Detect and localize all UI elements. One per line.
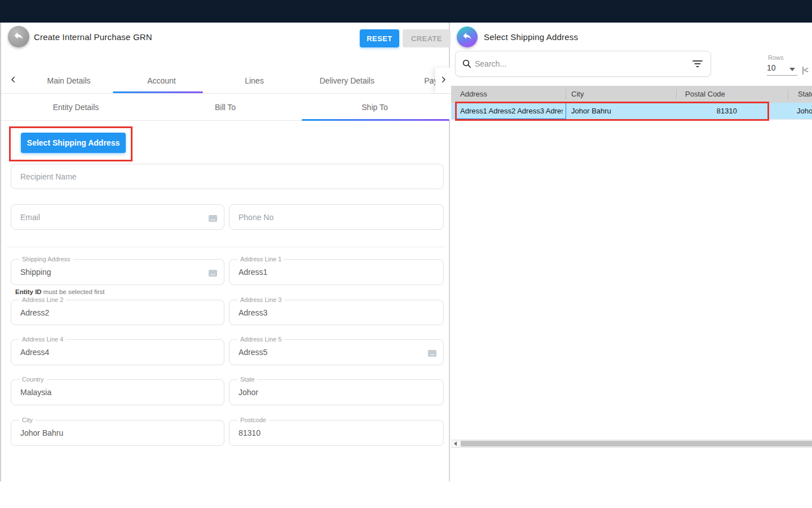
cell-postal-code[interactable]: 81310 — [676, 103, 737, 120]
column-header-address[interactable]: Address — [460, 86, 487, 103]
helper-rest: must be selected first — [42, 288, 105, 295]
first-page-button[interactable]: |< — [802, 65, 808, 75]
dialog-title: Select Shipping Address — [484, 32, 578, 42]
rows-per-page-select[interactable]: 10 — [767, 63, 797, 76]
active-subtab-underline — [302, 119, 449, 121]
table-header: Address City Postal Code State — [451, 86, 812, 103]
dropdown-caret-icon — [789, 68, 795, 71]
tab-lines[interactable]: Lines — [209, 68, 299, 94]
column-divider — [566, 89, 566, 99]
tabs-scroll-right-button[interactable] — [435, 68, 451, 93]
back-arrow-icon — [462, 30, 473, 43]
address-line-5-input[interactable] — [239, 340, 425, 365]
keyboard-icon — [209, 214, 217, 221]
cell-city[interactable]: Johor Bahru — [571, 103, 673, 120]
tab-payment[interactable]: Payment — [395, 68, 435, 94]
state-input[interactable] — [239, 380, 425, 405]
address-line-4-field: Address Line 4 — [11, 339, 224, 365]
country-field: Country — [11, 379, 224, 405]
address-line-1-field: Address Line 1 — [229, 259, 444, 285]
recipient-name-field — [11, 164, 444, 189]
create-grn-panel: Create Internal Purchase GRN RESET CREAT… — [0, 23, 450, 481]
horizontal-scrollbar[interactable] — [451, 440, 812, 448]
address-line-3-input[interactable] — [239, 300, 425, 325]
country-input[interactable] — [20, 380, 206, 405]
rows-per-page-value: 10 — [767, 63, 776, 72]
address-line-1-input[interactable] — [239, 260, 425, 284]
city-input[interactable] — [20, 421, 206, 445]
keyboard-icon — [209, 269, 217, 275]
tab-delivery-details[interactable]: Delivery Details — [302, 68, 392, 94]
shipping-address-input[interactable] — [20, 260, 206, 284]
tab-account[interactable]: Account — [116, 68, 206, 94]
create-button[interactable]: CREATE — [403, 29, 451, 47]
entity-id-helper-text: Entity ID must be selected first — [15, 288, 105, 295]
search-icon — [462, 59, 472, 71]
back-arrow-icon — [13, 30, 24, 43]
subtab-bill-to[interactable]: Bill To — [151, 94, 300, 121]
triangle-left-icon — [454, 441, 457, 446]
address-line-2-input[interactable] — [20, 300, 206, 325]
table-row-selected[interactable]: Adress1 Adress2 Adress3 Adres... Johor B… — [451, 103, 812, 120]
filter-icon[interactable] — [692, 60, 703, 68]
column-header-city[interactable]: City — [571, 86, 584, 103]
select-shipping-address-panel: Select Shipping Address Rows 10 |< Addre… — [451, 23, 812, 481]
search-box — [455, 51, 711, 77]
search-input[interactable] — [475, 51, 683, 76]
email-field — [11, 204, 224, 230]
cell-address[interactable]: Adress1 Adress2 Adress3 Adres... — [460, 103, 563, 120]
column-header-postal-code[interactable]: Postal Code — [685, 86, 725, 103]
subtab-entity-details[interactable]: Entity Details — [1, 94, 151, 121]
main-tabs: Main Details Account Lines Delivery Deta… — [1, 68, 451, 94]
address-line-2-field: Address Line 2 — [11, 300, 224, 325]
tabs-viewport: Main Details Account Lines Delivery Deta… — [24, 68, 435, 94]
phone-field — [229, 204, 444, 230]
column-divider — [788, 89, 788, 99]
chevron-right-icon — [439, 76, 447, 86]
rows-per-page-label: Rows — [768, 54, 784, 61]
keyboard-icon — [428, 349, 436, 356]
back-button[interactable] — [8, 26, 29, 47]
scroll-left-arrow-button[interactable] — [451, 440, 460, 447]
chevron-left-icon — [10, 76, 17, 86]
column-divider — [676, 89, 677, 99]
recipient-name-input[interactable] — [20, 164, 425, 189]
email-input[interactable] — [20, 205, 206, 229]
account-subtabs: Entity Details Bill To Ship To — [1, 94, 451, 121]
state-field: State — [229, 379, 444, 405]
tabs-scroll-left-button[interactable] — [6, 68, 21, 93]
section-divider — [7, 247, 445, 247]
select-shipping-address-button[interactable]: Select Shipping Address — [21, 133, 126, 153]
back-button[interactable] — [457, 27, 478, 47]
reset-button[interactable]: RESET — [360, 29, 399, 47]
screen: Create Internal Purchase GRN RESET CREAT… — [0, 0, 812, 508]
postcode-input[interactable] — [239, 421, 425, 445]
address-line-4-input[interactable] — [20, 340, 206, 365]
cell-state[interactable]: Johor — [797, 103, 812, 120]
phone-input[interactable] — [239, 205, 425, 229]
tab-main-details[interactable]: Main Details — [24, 68, 114, 94]
shipping-address-field: Shipping Address — [11, 259, 224, 285]
scrollbar-thumb[interactable] — [461, 441, 812, 446]
city-field: City — [11, 420, 224, 446]
postcode-field: Postcode — [229, 420, 444, 446]
active-tab-underline — [113, 91, 203, 93]
column-header-state[interactable]: State — [798, 86, 812, 103]
helper-bold: Entity ID — [15, 288, 42, 295]
subtab-ship-to[interactable]: Ship To — [300, 94, 449, 121]
page-title: Create Internal Purchase GRN — [34, 32, 152, 42]
address-line-3-field: Address Line 3 — [229, 300, 444, 325]
top-app-bar — [0, 0, 812, 23]
address-line-5-field: Address Line 5 — [229, 339, 444, 365]
